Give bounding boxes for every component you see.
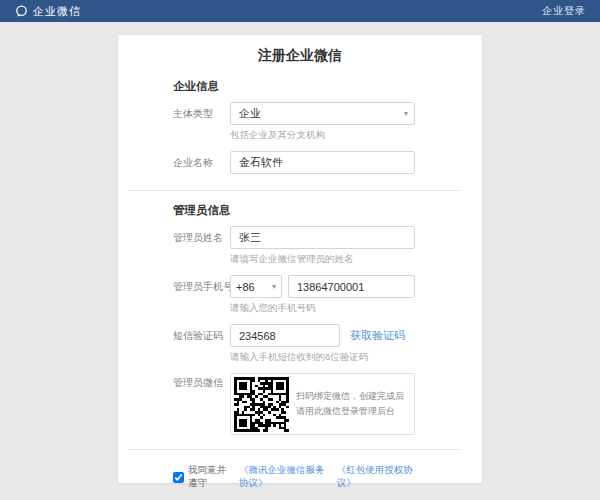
top-navbar: 企业微信 企业登录 [0,0,600,22]
admin-wechat-label: 管理员微信 [173,373,230,390]
entity-type-label: 主体类型 [173,107,230,121]
agreement-row: 我同意并遵守 《腾讯企业微信服务协议》 《红包使用授权协议》 [173,464,415,490]
section-title-company: 企业信息 [173,79,415,94]
sms-code-hint: 请输入手机短信收到的6位验证码 [230,351,415,363]
entity-type-hint: 包括企业及其分支机构 [230,129,415,141]
sms-code-row: 短信验证码 获取验证码 [173,324,415,347]
company-name-label: 企业名称 [173,156,230,170]
admin-name-input[interactable] [230,226,415,249]
section-divider [128,190,460,191]
qr-hint-text: 扫码绑定微信，创建完成后请用此微信登录管理后台 [296,389,408,419]
admin-name-label: 管理员姓名 [173,231,230,245]
enterprise-login-link[interactable]: 企业登录 [542,4,586,18]
section-title-admin: 管理员信息 [173,203,415,218]
wechat-qr-box: 扫码绑定微信，创建完成后请用此微信登录管理后台 [230,373,415,435]
entity-type-select[interactable]: 企业 ▾ [230,102,415,125]
country-code-select[interactable]: +86 ▾ [230,275,282,298]
admin-name-row: 管理员姓名 [173,226,415,249]
sms-code-label: 短信验证码 [173,329,230,343]
chat-bubble-logo-icon [14,4,29,19]
agreement-prefix: 我同意并遵守 [188,464,235,490]
redpacket-agreement-link[interactable]: 《红包使用授权协议》 [337,464,415,490]
admin-phone-label: 管理员手机号 [173,280,230,294]
company-name-row: 企业名称 [173,151,415,174]
admin-phone-input[interactable] [288,275,415,298]
brand-link[interactable]: 企业微信 [14,4,81,19]
get-code-link[interactable]: 获取验证码 [350,328,405,343]
agreement-checkbox[interactable] [173,472,184,483]
chevron-down-icon: ▾ [272,282,276,291]
sms-code-input[interactable] [230,324,340,347]
country-code-value: +86 [236,281,255,293]
admin-name-hint: 请填写企业微信管理员的姓名 [230,253,415,265]
admin-phone-hint: 请输入您的手机号码 [230,302,415,314]
brand-title: 企业微信 [33,4,81,19]
admin-wechat-row: 管理员微信 扫码绑定微信，创建完成后请用此微信登录管理后台 [173,373,415,435]
qr-code [234,377,289,432]
company-name-input[interactable] [230,151,415,174]
page-title: 注册企业微信 [118,47,482,63]
service-agreement-link[interactable]: 《腾讯企业微信服务协议》 [239,464,333,490]
entity-type-value: 企业 [239,106,261,121]
entity-type-row: 主体类型 企业 ▾ [173,102,415,125]
register-form: 企业信息 主体类型 企业 ▾ 包括企业及其分支机构 企业名称 管理员信息 管理员… [118,79,482,500]
footer-divider [128,449,460,450]
admin-phone-row: 管理员手机号 +86 ▾ [173,275,415,298]
register-card: 注册企业微信 企业信息 主体类型 企业 ▾ 包括企业及其分支机构 企业名称 管理… [118,35,482,483]
chevron-down-icon: ▾ [404,109,408,118]
